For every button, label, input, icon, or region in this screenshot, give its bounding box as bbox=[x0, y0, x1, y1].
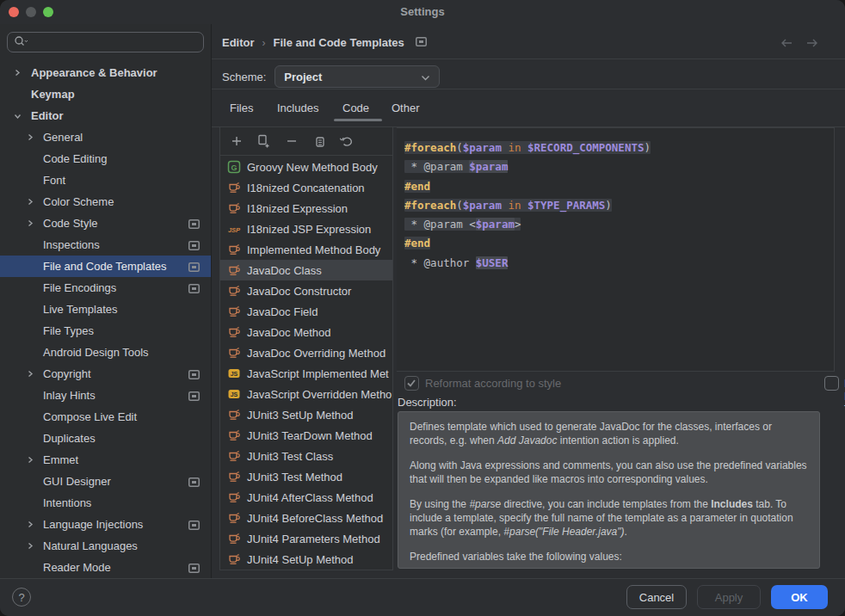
settings-content: Editor › File and Code Templates Scheme:… bbox=[212, 24, 845, 578]
add-child-template-icon[interactable] bbox=[255, 132, 274, 151]
template-name: I18nized JSP Expression bbox=[247, 223, 371, 236]
forward-icon[interactable] bbox=[805, 38, 819, 51]
sidebar-item-reader-mode[interactable]: Reader Mode bbox=[0, 557, 211, 578]
code-line: * @param $param bbox=[404, 157, 834, 176]
back-icon[interactable] bbox=[780, 38, 793, 51]
sidebar-item-label: Android Design Tools bbox=[43, 346, 149, 359]
template-list-item[interactable]: JUnit4 Parameters Method bbox=[220, 528, 392, 549]
scheme-dropdown[interactable]: Project bbox=[274, 65, 440, 88]
template-list-item[interactable]: JavaDoc Method bbox=[220, 322, 392, 342]
tab-files[interactable]: Files bbox=[230, 102, 253, 114]
sidebar-item-file-and-code-templates[interactable]: File and Code Templates bbox=[0, 256, 211, 277]
sidebar-item-file-encodings[interactable]: File Encodings bbox=[0, 277, 211, 299]
template-list: GGroovy New Method BodyI18nized Concaten… bbox=[220, 157, 392, 570]
help-button[interactable]: ? bbox=[12, 588, 31, 607]
template-code-editor[interactable]: #foreach($param in $RECORD_COMPONENTS) *… bbox=[397, 127, 835, 372]
sidebar-item-label: Inlay Hints bbox=[43, 389, 96, 402]
template-list-item[interactable]: JUnit3 Test Class bbox=[220, 446, 392, 466]
chevron-down-icon[interactable] bbox=[13, 113, 22, 120]
template-list-item[interactable]: GGroovy New Method Body bbox=[220, 157, 392, 177]
copy-template-icon[interactable] bbox=[310, 132, 329, 151]
search-input[interactable] bbox=[7, 32, 204, 52]
template-list-item[interactable]: JUnit4 BeforeClass Method bbox=[220, 508, 392, 528]
java-file-icon bbox=[227, 325, 241, 339]
sidebar-item-gui-designer[interactable]: GUI Designer bbox=[0, 471, 211, 492]
java-file-icon bbox=[227, 243, 241, 256]
sidebar-item-language-injections[interactable]: Language Injections bbox=[0, 514, 211, 535]
template-list-item[interactable]: I18nized Concatenation bbox=[220, 177, 392, 198]
sidebar-item-compose-live-edit[interactable]: Compose Live Edit bbox=[0, 406, 211, 428]
sidebar-item-intentions[interactable]: Intentions bbox=[0, 492, 211, 514]
chevron-right-icon[interactable] bbox=[26, 219, 34, 227]
template-list-item[interactable]: JavaDoc Class bbox=[220, 260, 392, 280]
live-templates-checkbox[interactable] bbox=[824, 376, 839, 391]
sidebar-item-natural-languages[interactable]: Natural Languages bbox=[0, 535, 211, 557]
sidebar-item-label: General bbox=[43, 131, 83, 144]
sidebar-item-label: File Encodings bbox=[43, 281, 116, 294]
tab-includes[interactable]: Includes bbox=[277, 102, 318, 114]
sidebar-item-label: File and Code Templates bbox=[43, 260, 167, 273]
template-list-item[interactable]: JUnit4 AfterClass Method bbox=[220, 487, 392, 508]
sidebar-item-emmet[interactable]: Emmet bbox=[0, 449, 211, 471]
sidebar-item-code-style[interactable]: Code Style bbox=[0, 213, 211, 234]
chevron-right-icon[interactable] bbox=[26, 456, 34, 464]
sidebar-item-live-templates[interactable]: Live Templates bbox=[0, 299, 211, 320]
java-file-icon bbox=[227, 490, 241, 504]
template-list-item[interactable]: JavaDoc Constructor bbox=[220, 280, 392, 301]
template-list-item[interactable]: JUnit3 SetUp Method bbox=[220, 404, 392, 425]
svg-text:G: G bbox=[231, 163, 237, 172]
sidebar-item-label: Keymap bbox=[31, 88, 75, 101]
sidebar-item-keymap[interactable]: Keymap bbox=[0, 83, 211, 105]
breadcrumb-section[interactable]: Editor bbox=[222, 36, 255, 49]
sidebar-item-color-scheme[interactable]: Color Scheme bbox=[0, 191, 211, 213]
in-project-marker-icon bbox=[188, 520, 200, 533]
settings-sidebar: Appearance & BehaviorKeymapEditorGeneral… bbox=[0, 24, 211, 578]
svg-text:JSP: JSP bbox=[228, 226, 241, 234]
template-list-item[interactable]: JSJavaScript Overridden Metho bbox=[220, 384, 392, 404]
template-list-item[interactable]: I18nized Expression bbox=[220, 198, 392, 219]
description-panel[interactable]: Defines template which used to generate … bbox=[398, 411, 820, 569]
template-list-item[interactable]: JUnit4 SetUp Method bbox=[220, 549, 392, 570]
template-list-item[interactable]: JSJavaScript Implemented Met bbox=[220, 363, 392, 384]
java-file-icon bbox=[227, 305, 241, 318]
sidebar-item-android-design-tools[interactable]: Android Design Tools bbox=[0, 342, 211, 363]
in-project-marker-icon bbox=[188, 477, 200, 490]
cancel-button[interactable]: Cancel bbox=[626, 585, 687, 609]
sidebar-item-file-types[interactable]: File Types bbox=[0, 320, 211, 342]
jsp-file-icon: JSP bbox=[227, 222, 241, 236]
add-template-icon[interactable] bbox=[227, 132, 246, 151]
sidebar-item-code-editing[interactable]: Code Editing bbox=[0, 148, 211, 169]
tab-other[interactable]: Other bbox=[392, 102, 420, 114]
template-name: I18nized Expression bbox=[247, 202, 348, 215]
sidebar-item-label: Copyright bbox=[43, 367, 91, 380]
sidebar-item-general[interactable]: General bbox=[0, 126, 211, 148]
sidebar-item-inspections[interactable]: Inspections bbox=[0, 234, 211, 256]
sidebar-item-label: Code Style bbox=[43, 217, 98, 230]
tab-code[interactable]: Code bbox=[342, 102, 369, 114]
chevron-right-icon[interactable] bbox=[26, 133, 34, 141]
ok-button[interactable]: OK bbox=[771, 585, 828, 609]
sidebar-item-copyright[interactable]: Copyright bbox=[0, 363, 211, 385]
chevron-right-icon[interactable] bbox=[26, 198, 34, 206]
template-list-item[interactable]: JSPI18nized JSP Expression bbox=[220, 219, 392, 239]
template-name: JUnit4 Parameters Method bbox=[247, 533, 380, 545]
sidebar-item-editor[interactable]: Editor bbox=[0, 105, 211, 126]
template-list-item[interactable]: JUnit3 Test Method bbox=[220, 466, 392, 487]
sidebar-item-inlay-hints[interactable]: Inlay Hints bbox=[0, 385, 211, 406]
chevron-right-icon[interactable] bbox=[26, 521, 34, 528]
sidebar-item-duplicates[interactable]: Duplicates bbox=[0, 428, 211, 449]
description-paragraph: Defines template which used to generate … bbox=[410, 420, 808, 447]
reset-template-icon[interactable] bbox=[337, 132, 356, 151]
java-file-icon bbox=[227, 201, 241, 215]
template-list-item[interactable]: JUnit3 TearDown Method bbox=[220, 425, 392, 446]
template-list-item[interactable]: Implemented Method Body bbox=[220, 239, 392, 260]
sidebar-item-font[interactable]: Font bbox=[0, 169, 211, 191]
remove-template-icon[interactable] bbox=[282, 132, 301, 151]
sidebar-item-appearance-behavior[interactable]: Appearance & Behavior bbox=[0, 62, 211, 83]
template-list-item[interactable]: JavaDoc Overriding Method bbox=[220, 342, 392, 363]
chevron-right-icon[interactable] bbox=[26, 370, 34, 378]
chevron-right-icon[interactable] bbox=[13, 69, 22, 77]
template-list-item[interactable]: JavaDoc Field bbox=[220, 301, 392, 322]
chevron-right-icon[interactable] bbox=[26, 542, 34, 550]
chevron-down-icon bbox=[421, 71, 430, 83]
